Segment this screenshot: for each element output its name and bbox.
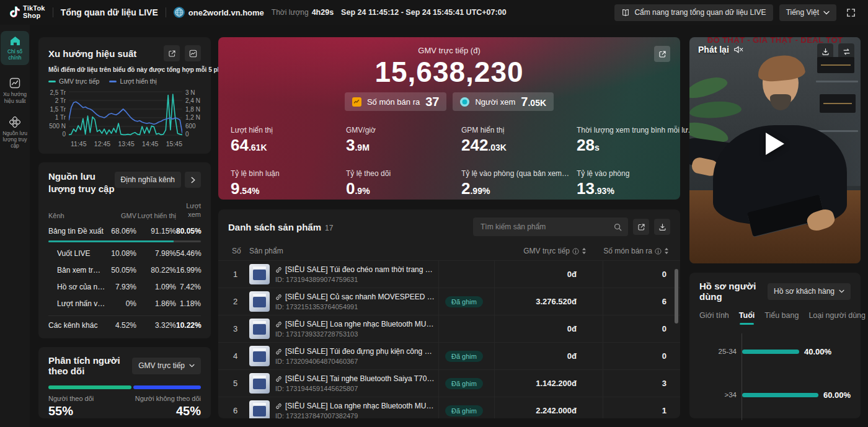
- fullscreen-button[interactable]: [843, 4, 859, 21]
- product-sold: 0: [603, 261, 680, 288]
- download-products-button[interactable]: [654, 219, 670, 235]
- y-axis-tick: 2,4 N: [185, 97, 201, 104]
- traffic-row[interactable]: Bảng tin Đề xuất68.06%91.15%80.05%: [48, 223, 201, 240]
- link-icon[interactable]: [275, 348, 282, 355]
- age-bucket-label: 25-34: [699, 348, 742, 355]
- product-sold: 0: [603, 343, 680, 369]
- legend-impressions-swatch: [109, 81, 117, 82]
- legend-impressions[interactable]: Lượt hiển thị: [109, 77, 156, 85]
- chart-axis: [742, 333, 742, 420]
- live-replay-video[interactable]: ĐỒ THẬT - GIÁ THẬT - DEAL TỐT Phát lại: [689, 37, 861, 263]
- followers-value: 55%: [48, 404, 73, 418]
- product-index: 2: [218, 288, 249, 315]
- product-name: [SIÊU SALE] Loa nghe nhạc Bluetooth MUSI…: [285, 320, 435, 328]
- product-search-input[interactable]: [479, 222, 609, 232]
- duration-label: Thời lượng: [272, 8, 309, 17]
- traffic-table-header: Kênh GMV Lượt hiển thị Lượt xem: [48, 202, 201, 219]
- traffic-row[interactable]: Hồ sơ của người k...7.93%1.09%7.42%: [48, 279, 201, 296]
- language-selector[interactable]: Tiếng Việt: [779, 4, 836, 21]
- product-gmv: 0đ: [494, 343, 603, 369]
- book-icon: [621, 9, 630, 17]
- product-name: [SIÊU SALE] Loa nghe nhạc Bluetooth MUSI…: [285, 402, 435, 410]
- metric-label: Tỷ lệ theo dõi: [346, 169, 461, 178]
- metric-value: 28s: [577, 136, 701, 154]
- sidebar-item-key-metrics[interactable]: Chỉ số chính: [1, 31, 29, 65]
- link-icon[interactable]: [275, 294, 282, 301]
- traffic-table-body: Bảng tin Đề xuất68.06%91.15%80.05%Vuốt L…: [48, 223, 201, 335]
- panel-title: Hồ sơ người dùng: [699, 281, 768, 302]
- channel-definition-button[interactable]: Định nghĩa kênh: [115, 172, 181, 188]
- divider: [53, 7, 53, 17]
- tab-user-type[interactable]: Loại người dùng: [808, 311, 866, 325]
- performance-trend-icon: [2, 77, 28, 89]
- legend-gmv[interactable]: GMV trực tiếp: [48, 77, 99, 85]
- gmv-value: 15,638,230: [231, 57, 668, 87]
- switch-video-button[interactable]: [838, 43, 854, 59]
- link-icon[interactable]: [275, 376, 282, 382]
- product-index: 5: [218, 370, 249, 397]
- metric-label: Thời lượng xem trung bình mỗi lư...: [577, 126, 701, 134]
- product-row[interactable]: 3[SIÊU SALE] Loa nghe nhạc Bluetooth MUS…: [218, 315, 680, 342]
- traffic-row[interactable]: Lượt nhấn vào hồ ...0%1.86%1.18%: [48, 296, 201, 312]
- traffic-row[interactable]: Bản xem trước LIVE50.05%80.22%16.99%: [48, 262, 201, 279]
- age-bar-row: >3460.00%: [699, 390, 851, 399]
- tab-gender[interactable]: Giới tính: [699, 311, 729, 325]
- metric-label: Tỷ lệ bình luận: [231, 169, 346, 178]
- download-video-button[interactable]: [817, 43, 833, 59]
- product-gmv: 0đ: [494, 315, 603, 342]
- link-icon[interactable]: [275, 266, 282, 273]
- duration-value: 4h29s: [312, 8, 334, 17]
- panel-title: Xu hướng hiệu suất: [48, 48, 136, 59]
- y-axis-tick: 1,8 N: [185, 106, 201, 113]
- tab-age[interactable]: Tuổi: [739, 311, 755, 325]
- product-index: 3: [218, 315, 249, 342]
- sidebar-item-performance-trend[interactable]: Xu hướng hiệu suất: [2, 77, 28, 103]
- link-icon[interactable]: [275, 321, 282, 328]
- export-trend-button[interactable]: [164, 45, 180, 61]
- product-name: [SIÊU SALE] Tai nghe Bluetooth Saiya T70…: [285, 374, 435, 383]
- y-axis-tick: 1 Tr: [48, 114, 66, 121]
- column-sold-sortable[interactable]: Số món bán ra: [603, 247, 680, 255]
- metric-value: 242.03K: [461, 136, 577, 154]
- metric-label: Tỷ lệ vào phòng: [577, 169, 701, 178]
- followers-label: Người theo dõi: [48, 395, 94, 402]
- product-index: 1: [218, 261, 249, 288]
- channel-name: Bản xem trước LIVE: [48, 266, 108, 275]
- traffic-row[interactable]: Vuốt LIVE10.08%7.98%54.46%: [48, 245, 201, 262]
- product-sold: 6: [603, 288, 680, 315]
- channel-name: Hồ sơ của người k...: [48, 283, 108, 291]
- channel-share-bar: [48, 240, 201, 242]
- chart-view-button[interactable]: [185, 45, 201, 61]
- product-row[interactable]: 2[SIÊU SALE] Củ sạc nhanh MOVESPEED MSA0…: [218, 288, 680, 315]
- column-channel: Kênh: [48, 212, 108, 219]
- play-button[interactable]: [766, 133, 784, 155]
- gmv-title: GMV trực tiếp (đ): [231, 46, 668, 55]
- age-bar: [742, 393, 818, 397]
- product-sold: 0: [603, 315, 680, 342]
- time-range: Sep 24 11:45:12 - Sep 24 15:45:41 UTC+07…: [341, 8, 506, 17]
- product-gmv: 0đ: [494, 261, 603, 288]
- guide-button[interactable]: Cẩm nang trang tổng quan dữ liệu LIVE: [614, 4, 773, 21]
- top-bar: TikTokShop Tổng quan dữ liệu LIVE one2wo…: [0, 0, 868, 25]
- product-list-scrollbar[interactable]: [675, 269, 678, 324]
- info-icon: [572, 248, 579, 255]
- export-products-button[interactable]: [633, 219, 649, 235]
- account-avatar-globe-icon: [174, 7, 185, 18]
- hero-export-button[interactable]: [654, 46, 670, 62]
- product-name: [SIÊU SALE] Củ sạc nhanh MOVESPEED MSA04…: [285, 293, 435, 301]
- link-icon[interactable]: [275, 403, 282, 410]
- product-thumbnail: [249, 264, 270, 284]
- profile-type-dropdown[interactable]: Hồ sơ khách hàng: [768, 283, 851, 300]
- product-row[interactable]: 4[SIÊU SALE] Túi đeo đựng phụ kiện công …: [218, 342, 680, 369]
- traffic-detail-button[interactable]: [185, 172, 201, 188]
- follower-metric-dropdown[interactable]: GMV trực tiếp: [132, 358, 201, 374]
- sidebar-item-traffic-source[interactable]: Nguồn lưu lượng truy cập: [2, 117, 28, 149]
- product-row[interactable]: 1[SIÊU SALE] Túi đeo chéo nam thời trang…: [218, 260, 680, 288]
- traffic-row[interactable]: Các kênh khác4.52%3.32%10.22%: [48, 315, 201, 335]
- column-gmv-sortable[interactable]: GMV trực tiếp: [494, 247, 603, 255]
- follower-split-bar: [48, 385, 201, 389]
- product-row[interactable]: 5[SIÊU SALE] Tai nghe Bluetooth Saiya T7…: [218, 369, 680, 397]
- muted-icon[interactable]: [733, 45, 743, 54]
- product-row[interactable]: 6[SIÊU SALE] Loa nghe nhạc Bluetooth MUS…: [218, 397, 680, 418]
- tab-state[interactable]: Tiểu bang: [764, 311, 799, 325]
